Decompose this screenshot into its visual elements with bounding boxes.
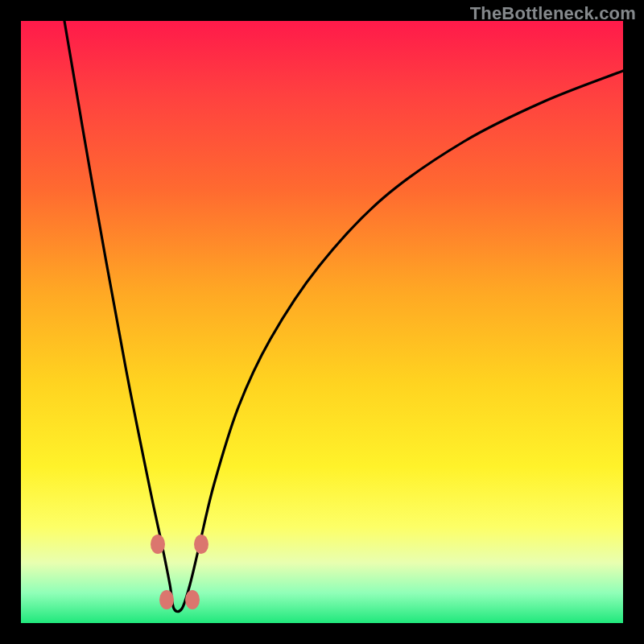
left-upper-dot <box>151 535 165 554</box>
right-upper-dot <box>194 535 208 554</box>
bottleneck-curve-svg <box>21 21 623 623</box>
watermark-text: TheBottleneck.com <box>470 3 636 24</box>
bottleneck-curve-path <box>64 21 623 612</box>
chart-plot-area <box>21 21 623 623</box>
right-lower-dot <box>185 590 200 609</box>
left-lower-dot <box>159 590 174 609</box>
